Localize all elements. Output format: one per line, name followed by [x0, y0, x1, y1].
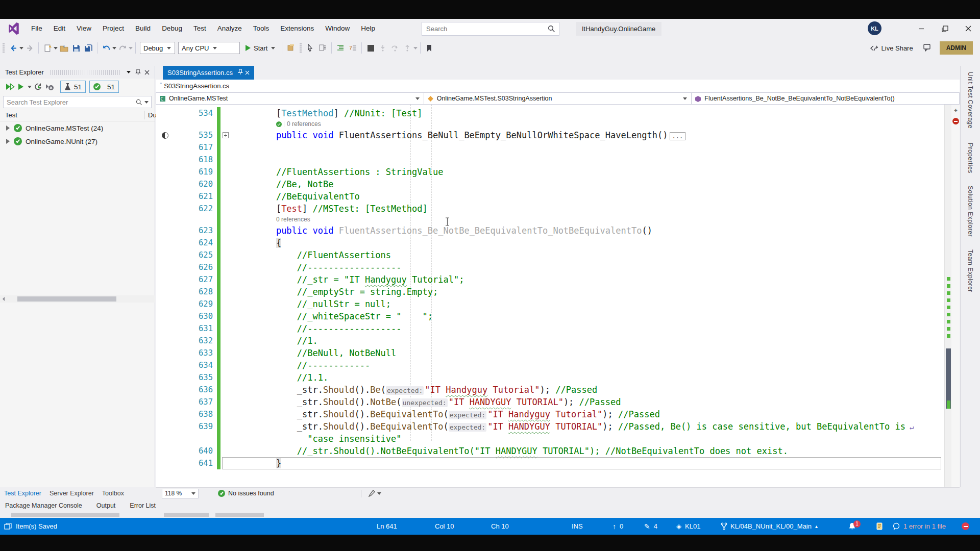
column-indicator[interactable]: Col 10	[435, 518, 454, 535]
undo-caret[interactable]	[112, 47, 116, 49]
code-line-534[interactable]: 534 [TestMethod] //NUnit: [Test]	[156, 107, 960, 119]
fold-margin[interactable]	[220, 335, 231, 347]
admin-button[interactable]: ADMIN	[940, 41, 973, 55]
fold-margin[interactable]	[220, 310, 231, 322]
maximize-button[interactable]	[933, 19, 957, 38]
code-text[interactable]: //Be, NotBe	[231, 178, 333, 190]
code-line-639[interactable]: 639 _str.Should().BeEquivalentTo(expecte…	[156, 420, 960, 433]
user-avatar[interactable]: KL	[868, 21, 881, 35]
fold-margin[interactable]	[220, 190, 231, 203]
close-button[interactable]	[957, 19, 980, 38]
line-number[interactable]: 625	[174, 249, 217, 261]
line-number[interactable]: 635	[174, 371, 217, 384]
code-text[interactable]: //_nullStr = null;	[231, 298, 391, 310]
glyph-margin[interactable]	[156, 433, 174, 445]
code-text[interactable]: _str.Should().Be(expected:"IT Handyguy T…	[231, 384, 597, 396]
line-number[interactable]: 632	[174, 335, 217, 347]
glyph-margin[interactable]	[156, 273, 174, 286]
session-indicator[interactable]: ◈ KL01	[676, 518, 700, 535]
line-number[interactable]: 620	[174, 178, 217, 190]
glyph-margin[interactable]	[156, 359, 174, 371]
test-tree-hscrollbar[interactable]	[0, 295, 155, 303]
glyph-margin[interactable]	[156, 408, 174, 420]
line-number[interactable]: 624	[174, 237, 217, 249]
glyph-margin[interactable]	[156, 371, 174, 384]
line-number[interactable]	[174, 119, 217, 129]
glyph-margin[interactable]	[156, 249, 174, 261]
glyph-margin[interactable]	[156, 420, 174, 433]
fold-margin[interactable]	[220, 154, 231, 166]
indent-lines-icon[interactable]	[334, 42, 347, 54]
menu-view[interactable]: View	[71, 19, 97, 38]
line-number[interactable]: 619	[174, 166, 217, 178]
glyph-margin[interactable]	[156, 190, 174, 203]
code-text[interactable]: _str.Should().BeEquivalentTo(expected:"I…	[231, 408, 660, 420]
bottom-tab-error-list[interactable]: Error List	[130, 502, 156, 509]
code-text[interactable]: //BeNull, NotBeNull	[231, 347, 396, 359]
code-line-619[interactable]: 619 //FluentAssertions : StringValue	[156, 166, 960, 178]
code-line-632[interactable]: 632 //1.	[156, 335, 960, 347]
test-search-input[interactable]	[4, 98, 136, 106]
codelens-row[interactable]: 0 references	[156, 215, 960, 224]
hscroll-thumb[interactable]	[17, 296, 116, 302]
test-tree-item-0[interactable]: OnlineGame.MSTest (24)	[0, 121, 155, 135]
fold-margin[interactable]	[220, 107, 231, 119]
panel-close-icon[interactable]	[142, 68, 152, 77]
code-line-626[interactable]: 626 //------------------	[156, 261, 960, 273]
back-dropdown-caret[interactable]	[19, 47, 23, 49]
glyph-margin[interactable]	[156, 384, 174, 396]
menu-test[interactable]: Test	[188, 19, 212, 38]
panel-menu-caret[interactable]	[124, 68, 133, 77]
line-number[interactable]: 623	[174, 224, 217, 237]
line-number[interactable]: 639	[174, 420, 217, 433]
line-number[interactable]: 617	[174, 141, 217, 154]
fold-margin[interactable]	[220, 298, 231, 310]
glyph-margin[interactable]	[156, 310, 174, 322]
fold-margin[interactable]	[220, 215, 231, 224]
code-line-628[interactable]: 628 //_emptyStr = string.Empty;	[156, 286, 960, 298]
platform-dropdown[interactable]: Any CPU	[178, 42, 240, 54]
pin-icon[interactable]	[133, 68, 142, 77]
code-text[interactable]: }	[231, 457, 281, 469]
fold-margin[interactable]	[220, 237, 231, 249]
glyph-margin[interactable]	[156, 141, 174, 154]
code-text[interactable]: //_str = "IT Handyguy Tutorial";	[231, 273, 464, 286]
line-number[interactable]: 638	[174, 408, 217, 420]
code-text[interactable]: //------------------	[231, 261, 402, 273]
passed-tests-chip[interactable]: 51	[89, 81, 119, 93]
save-icon[interactable]	[70, 42, 82, 54]
code-line-625[interactable]: 625 //FluentAssertions	[156, 249, 960, 261]
fold-margin[interactable]	[220, 347, 231, 359]
cancel-run-icon[interactable]	[45, 82, 54, 91]
feedback-status-icon[interactable]	[876, 518, 884, 535]
live-share-button[interactable]: Live Share	[870, 44, 913, 52]
tab-s03stringassertion[interactable]: S03StringAssertion.cs	[163, 66, 254, 80]
side-tab-properties[interactable]: Properties	[961, 143, 980, 173]
menu-project[interactable]: Project	[97, 19, 130, 38]
codelens-row[interactable]: 0 references	[156, 119, 960, 129]
scrollbar-error-icon[interactable]	[952, 118, 959, 124]
editor-zoom-dropdown[interactable]: 118 %	[162, 489, 199, 498]
code-line-wrap[interactable]: "case insensitive"	[156, 433, 960, 445]
code-text[interactable]: //_emptyStr = string.Empty;	[231, 286, 438, 298]
git-branch[interactable]: KL/04B_NUnit_KL/00_Main ▴	[721, 518, 818, 535]
test-search-box[interactable]	[3, 96, 152, 108]
fold-expand-icon[interactable]	[223, 132, 229, 138]
navigate-back-icon[interactable]	[7, 42, 19, 54]
code-line-630[interactable]: 630 //_whiteSpaceStr = " ";	[156, 310, 960, 322]
line-number[interactable]: 618	[174, 154, 217, 166]
glyph-margin[interactable]	[156, 215, 174, 224]
code-text[interactable]: //FluentAssertions	[231, 249, 391, 261]
search-options-caret[interactable]	[144, 101, 149, 104]
output-preview[interactable]	[164, 513, 209, 517]
code-text[interactable]: //------------	[231, 359, 370, 371]
code-line-638[interactable]: 638 _str.Should().BeEquivalentTo(expecte…	[156, 408, 960, 420]
undo-icon[interactable]	[100, 42, 112, 54]
document-breadcrumb[interactable]: '' S03StringAssertion.cs	[156, 80, 960, 92]
line-number[interactable]: 631	[174, 322, 217, 335]
solution-config-dropdown[interactable]: Debug	[140, 42, 175, 54]
code-text[interactable]: //1.1.	[231, 371, 328, 384]
glyph-margin[interactable]	[156, 445, 174, 457]
fold-margin[interactable]	[220, 129, 231, 141]
menu-tools[interactable]: Tools	[248, 19, 275, 38]
